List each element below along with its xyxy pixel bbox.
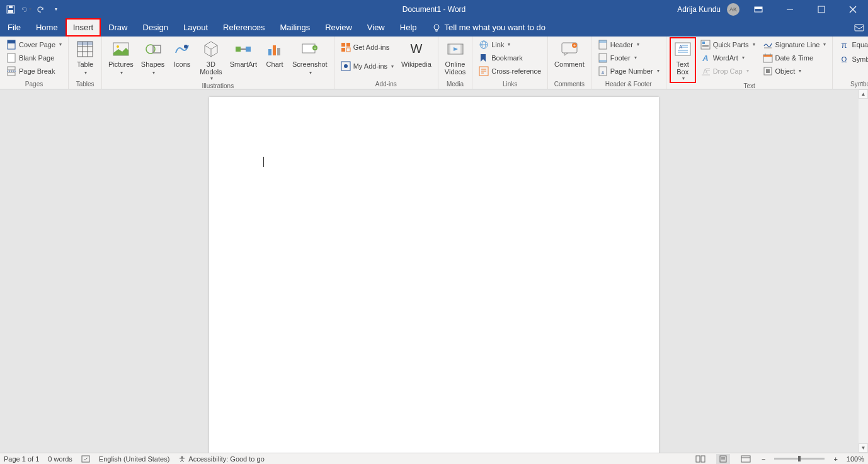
status-page[interactable]: Page 1 of 1 xyxy=(4,455,39,463)
comment-button[interactable]: +Comment xyxy=(552,38,587,69)
3d-models-button[interactable]: 3D Models▾ xyxy=(197,38,224,82)
drop-cap-button: ADrop Cap▾ xyxy=(698,64,758,77)
tab-review[interactable]: Review xyxy=(317,18,360,37)
svg-rect-95 xyxy=(741,456,750,462)
tab-view[interactable]: View xyxy=(360,18,392,37)
page-break-icon xyxy=(6,66,16,76)
group-headerfooter: Header▾ Footer▾ #Page Number▾ Header & F… xyxy=(591,37,666,89)
print-layout-icon[interactable] xyxy=(716,454,730,464)
zoom-out-icon[interactable]: − xyxy=(762,455,765,463)
group-comments: +Comment Comments xyxy=(548,37,591,89)
save-icon[interactable] xyxy=(5,4,16,15)
tab-design[interactable]: Design xyxy=(135,18,176,37)
get-addins-button[interactable]: Get Add-ins xyxy=(338,41,396,54)
maximize-icon[interactable] xyxy=(809,0,834,18)
svg-rect-6 xyxy=(818,6,825,13)
tab-layout[interactable]: Layout xyxy=(176,18,215,37)
page-number-icon: # xyxy=(598,66,608,76)
svg-text:A: A xyxy=(702,54,708,63)
table-button[interactable]: Table▾ xyxy=(72,38,98,78)
smartart-button[interactable]: SmartArt xyxy=(227,38,260,69)
ribbon-tabs: File Home Insert Draw Design Layout Refe… xyxy=(0,18,868,37)
text-cursor xyxy=(263,157,264,167)
scroll-down-icon[interactable]: ▼ xyxy=(859,443,868,453)
bookmark-button[interactable]: Bookmark xyxy=(476,51,544,64)
table-label: Table xyxy=(77,60,93,68)
equation-button[interactable]: πEquation▾ xyxy=(837,38,868,51)
quick-parts-button[interactable]: Quick Parts▾ xyxy=(698,38,758,51)
object-button[interactable]: Object▾ xyxy=(760,64,829,77)
shapes-icon xyxy=(143,39,163,59)
shapes-button[interactable]: Shapes▾ xyxy=(139,38,167,78)
share-icon[interactable] xyxy=(850,18,868,37)
tell-me-search[interactable]: Tell me what you want to do xyxy=(425,18,850,37)
tab-home[interactable]: Home xyxy=(28,18,66,37)
svg-text:+: + xyxy=(314,46,316,50)
status-language[interactable]: English (United States) xyxy=(99,455,170,463)
footer-button[interactable]: Footer▾ xyxy=(595,51,662,64)
ribbon-display-icon[interactable] xyxy=(746,0,771,18)
date-time-button[interactable]: Date & Time xyxy=(760,51,829,64)
web-layout-icon[interactable] xyxy=(739,454,753,464)
svg-rect-85 xyxy=(766,69,770,73)
accessibility-status[interactable]: Accessibility: Good to go xyxy=(178,455,264,463)
group-comments-label: Comments xyxy=(552,81,587,89)
zoom-level[interactable]: 100% xyxy=(847,455,864,463)
undo-icon[interactable]: ▾ xyxy=(20,4,31,15)
header-button[interactable]: Header▾ xyxy=(595,38,662,51)
date-time-icon xyxy=(763,53,773,63)
zoom-in-icon[interactable]: + xyxy=(833,455,837,463)
page-number-button[interactable]: #Page Number▾ xyxy=(595,64,662,77)
spellcheck-icon[interactable] xyxy=(81,455,90,463)
group-tables: Table▾ Tables xyxy=(69,37,102,89)
svg-rect-73 xyxy=(702,45,709,47)
cross-reference-button[interactable]: Cross-reference xyxy=(476,64,544,77)
zoom-slider[interactable] xyxy=(774,458,825,460)
wordart-icon: A xyxy=(700,53,711,63)
tab-insert[interactable]: Insert xyxy=(66,18,101,37)
avatar[interactable]: AK xyxy=(727,3,740,16)
ribbon: Cover Page▾ Blank Page Page Break Pages … xyxy=(0,37,868,89)
close-icon[interactable] xyxy=(840,0,865,18)
svg-rect-48 xyxy=(460,44,463,54)
wikipedia-label: Wikipedia xyxy=(401,60,431,68)
tab-references[interactable]: References xyxy=(215,18,272,37)
cross-ref-icon xyxy=(479,66,489,76)
page[interactable] xyxy=(209,97,659,464)
text-box-button[interactable]: AText Box▾ xyxy=(670,38,695,82)
read-mode-icon[interactable] xyxy=(694,454,707,464)
symbol-button[interactable]: ΩSymbol▾ xyxy=(837,52,868,65)
tab-mailings[interactable]: Mailings xyxy=(273,18,318,37)
collapse-ribbon-icon[interactable]: ⌃ xyxy=(859,81,864,88)
icons-button[interactable]: Icons xyxy=(169,38,195,69)
vertical-scrollbar[interactable]: ▲ ▼ xyxy=(859,89,868,453)
document-area[interactable] xyxy=(0,89,868,453)
blank-page-label: Blank Page xyxy=(19,54,54,62)
chart-button[interactable]: Chart xyxy=(262,38,287,69)
equation-icon: π xyxy=(839,40,849,50)
page-break-button[interactable]: Page Break xyxy=(4,64,64,77)
screenshot-label: Screenshot xyxy=(292,60,328,68)
status-words[interactable]: 0 words xyxy=(48,455,72,463)
screenshot-button[interactable]: +Screenshot▾ xyxy=(290,38,330,78)
tab-help[interactable]: Help xyxy=(392,18,425,37)
tab-draw[interactable]: Draw xyxy=(101,18,135,37)
online-videos-button[interactable]: Online Videos xyxy=(442,38,468,77)
blank-page-button[interactable]: Blank Page xyxy=(4,51,64,64)
tab-file[interactable]: File xyxy=(0,18,28,37)
minimize-icon[interactable] xyxy=(777,0,802,18)
redo-icon[interactable] xyxy=(35,4,47,15)
scroll-up-icon[interactable]: ▲ xyxy=(859,89,868,99)
qat-customize-icon[interactable]: ▾ xyxy=(50,4,62,15)
signature-line-button[interactable]: Signature Line▾ xyxy=(760,38,829,51)
link-button[interactable]: Link▾ xyxy=(476,38,544,51)
text-box-icon: A xyxy=(673,39,693,59)
svg-rect-41 xyxy=(341,48,345,52)
group-pages-label: Pages xyxy=(4,81,64,89)
svg-rect-91 xyxy=(701,456,705,462)
pictures-button[interactable]: Pictures▾ xyxy=(106,38,136,78)
wordart-button[interactable]: AWordArt▾ xyxy=(698,51,758,64)
my-addins-button[interactable]: My Add-ins▾ xyxy=(338,60,396,73)
wikipedia-button[interactable]: WWikipedia xyxy=(399,38,434,69)
cover-page-button[interactable]: Cover Page▾ xyxy=(4,38,64,51)
